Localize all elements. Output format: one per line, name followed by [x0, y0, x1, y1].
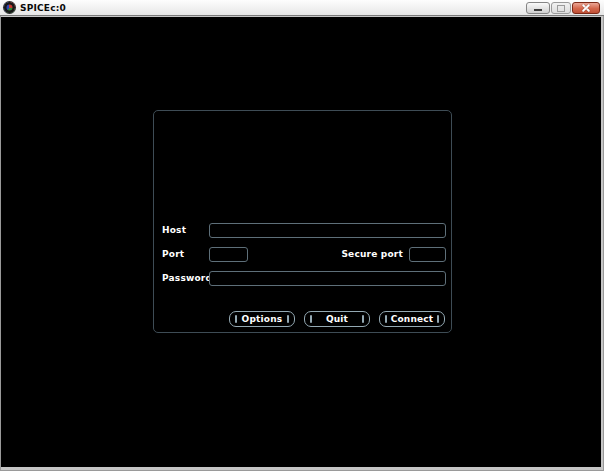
button-cap-icon: [287, 315, 289, 323]
secure-port-label: Secure port: [341, 247, 403, 262]
host-label: Host: [162, 223, 186, 238]
window-controls: [526, 2, 600, 14]
connect-button[interactable]: Connect: [379, 311, 445, 327]
password-label: Password: [162, 271, 212, 286]
close-icon: [581, 3, 591, 13]
connect-button-label: Connect: [391, 314, 434, 324]
quit-button-label: Quit: [326, 314, 348, 324]
connect-dialog: Host Port Secure port Password Options Q…: [153, 110, 452, 333]
quit-button[interactable]: Quit: [304, 311, 370, 327]
options-button-label: Options: [242, 314, 283, 324]
client-area: Host Port Secure port Password Options Q…: [1, 17, 601, 467]
port-label: Port: [162, 247, 184, 262]
minimize-button[interactable]: [526, 2, 550, 14]
close-button[interactable]: [572, 2, 600, 14]
minimize-icon: [534, 9, 542, 11]
button-cap-icon: [310, 315, 312, 323]
host-input[interactable]: [209, 223, 446, 238]
secure-port-input[interactable]: [409, 247, 446, 262]
titlebar: SPICEc:0: [0, 0, 604, 16]
password-input[interactable]: [209, 271, 446, 286]
button-cap-icon: [362, 315, 364, 323]
options-button[interactable]: Options: [229, 311, 295, 327]
port-input[interactable]: [209, 247, 248, 262]
spice-logo-icon[interactable]: [4, 2, 15, 13]
button-cap-icon: [235, 315, 237, 323]
spice-client-window: SPICEc:0 Host Port Secure port Password: [0, 0, 604, 471]
window-title: SPICEc:0: [20, 0, 66, 16]
button-cap-icon: [437, 315, 439, 323]
button-cap-icon: [385, 315, 387, 323]
maximize-icon: [557, 5, 565, 12]
maximize-button[interactable]: [551, 2, 571, 14]
